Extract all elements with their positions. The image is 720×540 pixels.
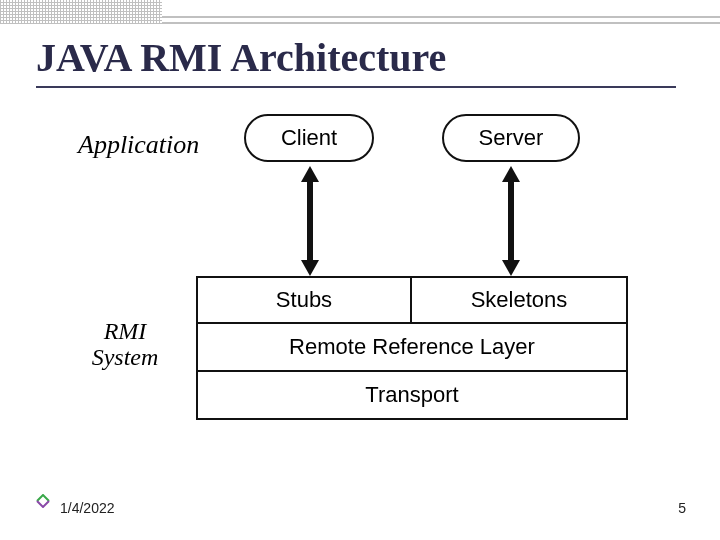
node-skeletons: Skeletons [412,276,628,324]
slide: JAVA RMI Architecture Application RMI Sy… [0,0,720,540]
node-client-label: Client [281,125,337,151]
arrow-head-down-icon [301,260,319,276]
arrow-head-down-icon [502,260,520,276]
diagram: Application RMI System Client Server Stu… [76,110,656,470]
decorative-rule [162,22,720,24]
footer-date: 1/4/2022 [60,500,115,516]
stack-row-2: Remote Reference Layer [196,324,628,372]
title-wrap: JAVA RMI Architecture [36,34,446,81]
node-rrl-label: Remote Reference Layer [289,334,535,360]
arrow-shaft [508,180,514,262]
node-server: Server [442,114,580,162]
arrow-shaft [307,180,313,262]
node-client: Client [244,114,374,162]
label-rmi-line1: RMI [104,318,147,344]
node-transport: Transport [196,372,628,420]
label-rmi-system: RMI System [80,318,170,371]
stack-row-1: Stubs Skeletons [196,276,628,324]
node-stubs-label: Stubs [276,287,332,313]
node-remote-reference-layer: Remote Reference Layer [196,324,628,372]
label-rmi-line2: System [92,344,159,370]
footer-accent-icon [36,494,50,508]
page-title: JAVA RMI Architecture [36,34,446,81]
title-underline [36,86,676,88]
stack-row-3: Transport [196,372,628,420]
label-application: Application [78,130,199,160]
node-transport-label: Transport [365,382,458,408]
footer-page-number: 5 [678,500,686,516]
decorative-rule [162,16,720,18]
decorative-hatch [0,0,162,24]
node-server-label: Server [479,125,544,151]
node-skeletons-label: Skeletons [471,287,568,313]
rmi-stack: Stubs Skeletons Remote Reference Layer T… [196,276,628,420]
node-stubs: Stubs [196,276,412,324]
